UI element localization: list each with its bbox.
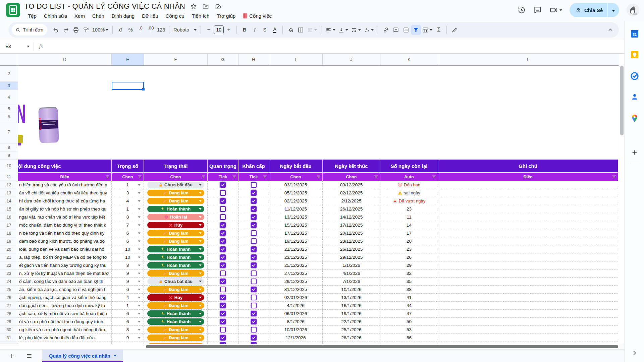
print-button[interactable] — [71, 25, 81, 35]
menu-item-6[interactable]: Dữ liệu — [139, 12, 161, 20]
cell-urg[interactable] — [238, 334, 269, 342]
checkbox-checked[interactable] — [251, 222, 257, 228]
cell-urg[interactable] — [238, 261, 269, 269]
filter-button-icon[interactable] — [106, 175, 109, 178]
cell-urg[interactable] — [238, 326, 269, 334]
bold-button[interactable]: B — [239, 25, 250, 35]
cell-task[interactable]: ót và sơn phủ nội thất theo đúng quy trì… — [18, 318, 112, 325]
cell-note[interactable] — [438, 261, 618, 269]
cell-imp[interactable] — [208, 286, 238, 293]
cell-status[interactable]: Đang làm — [144, 334, 208, 342]
header-cell-imp[interactable]: Quan trọng — [208, 160, 238, 172]
insert-link-button[interactable] — [381, 25, 391, 35]
cell-imp[interactable] — [208, 302, 238, 309]
menu-item-8[interactable]: Tiện ích — [189, 12, 212, 20]
cell-end[interactable]: 02/12/2025 — [323, 189, 380, 197]
cell-rem[interactable]: 44 — [380, 302, 438, 309]
cell-rem[interactable]: 23 — [380, 205, 438, 213]
checkbox-checked[interactable] — [220, 246, 226, 252]
menu-item-4[interactable]: Chèn — [89, 12, 107, 20]
filter-button-icon[interactable] — [317, 175, 320, 178]
checkbox-checked[interactable] — [251, 335, 257, 341]
cell-task[interactable]: ạch cao, xử lý mối nối và sơn bả hoàn th… — [18, 310, 112, 317]
checkbox-checked[interactable] — [220, 335, 226, 341]
cell-weight[interactable]: 6 — [112, 237, 144, 245]
status-chip-in_progress[interactable]: Đang làm — [147, 198, 204, 204]
cell-end[interactable]: 19/1/2026 — [323, 310, 380, 317]
checkbox-unchecked[interactable] — [220, 206, 226, 212]
cell-note[interactable] — [438, 221, 618, 229]
header-cell-end[interactable]: Ngày kết thúc — [323, 160, 380, 172]
cell-end[interactable]: 2/12/2025 — [323, 197, 380, 205]
status-chip-cancelled[interactable]: Hủy — [147, 294, 204, 301]
cell-end[interactable]: 28/1/2026 — [323, 334, 380, 342]
row-number-5[interactable]: 5 — [0, 105, 18, 113]
row-number-18[interactable]: 18 — [0, 229, 18, 237]
cell-rem[interactable]: 11 — [380, 213, 438, 221]
percent-format-button[interactable]: % — [125, 25, 136, 35]
cell-imp[interactable] — [208, 197, 238, 205]
cell-status[interactable]: Đang làm — [144, 197, 208, 205]
zoom-select[interactable]: 100% — [91, 25, 110, 35]
checkbox-checked[interactable] — [220, 254, 226, 260]
header-cell-start[interactable]: Ngày bắt đầu — [269, 160, 323, 172]
cell-imp[interactable] — [208, 278, 238, 285]
row-number-24[interactable]: 24 — [0, 278, 18, 286]
cell-imp[interactable] — [208, 221, 238, 229]
filter-button-icon[interactable] — [374, 175, 378, 178]
subheader-cell-status[interactable]: Chọn — [144, 173, 208, 181]
cell-rem[interactable]: 20 — [380, 237, 438, 245]
cell-start[interactable]: 8/1/2026 — [269, 318, 323, 325]
cell-imp[interactable] — [208, 229, 238, 237]
italic-button[interactable]: I — [250, 25, 260, 35]
cell-rem[interactable]: 53 — [380, 326, 438, 334]
weight-dropdown-caret[interactable] — [138, 240, 141, 242]
status-chip-in_progress[interactable]: Đang làm — [147, 230, 204, 236]
status-chip-done[interactable]: Hoàn thành — [147, 318, 204, 325]
cell-task[interactable]: đảm bảo đúng kích thước, độ phẳng và độ — [18, 237, 112, 245]
cell-note[interactable] — [438, 318, 618, 325]
cell-status[interactable]: Đang làm — [144, 286, 208, 293]
filter-button-icon[interactable] — [138, 175, 142, 178]
add-sheet-button[interactable] — [6, 350, 17, 362]
cell-start[interactable]: 10/01/2026 — [269, 326, 323, 334]
cell-start[interactable]: 23/12/2025 — [269, 253, 323, 261]
cell-urg[interactable] — [238, 197, 269, 205]
cell-note[interactable] — [438, 334, 618, 342]
cell-status[interactable]: Đang làm — [144, 302, 208, 309]
cell-task[interactable]: àn, kiểm tra áp lực, chống rò rỉ và nghi… — [18, 286, 112, 293]
cell-rem[interactable]: 50 — [380, 318, 438, 325]
version-history-icon[interactable] — [517, 6, 526, 14]
cell-start[interactable]: 29/12/2025 — [269, 278, 323, 285]
cell-urg[interactable] — [238, 286, 269, 293]
cell-status[interactable]: Hoàn thành — [144, 205, 208, 213]
cell-end[interactable]: 13/1/2026 — [323, 294, 380, 301]
collapse-toolbar-button[interactable] — [605, 25, 615, 35]
checkbox-unchecked[interactable] — [220, 327, 226, 333]
row-number-16[interactable]: 16 — [0, 213, 18, 221]
cell-imp[interactable] — [208, 181, 238, 189]
weight-dropdown-caret[interactable] — [138, 232, 141, 234]
row-number-28[interactable]: 28 — [0, 310, 18, 318]
cell-note[interactable] — [438, 278, 618, 285]
cell-status[interactable]: Hủy — [144, 294, 208, 301]
menu-item-3[interactable]: Xem — [71, 12, 88, 20]
checkbox-checked[interactable] — [251, 287, 257, 292]
subheader-cell-rem[interactable]: Auto — [380, 173, 438, 181]
cell-note[interactable] — [438, 205, 618, 213]
move-folder-icon[interactable] — [202, 3, 209, 10]
row-number-2[interactable]: 2 — [0, 66, 18, 82]
subheader-cell-urg[interactable]: Tick — [238, 173, 269, 181]
cell-note[interactable] — [438, 269, 618, 277]
cell-start[interactable]: 27/12/2025 — [269, 269, 323, 277]
weight-dropdown-caret[interactable] — [138, 337, 141, 339]
cell-urg[interactable] — [238, 205, 269, 213]
cell-weight[interactable]: 7 — [112, 221, 144, 229]
weight-dropdown-caret[interactable] — [138, 216, 141, 218]
checkbox-unchecked[interactable] — [251, 279, 257, 284]
cell-task[interactable]: n hiện trạng và các yếu tố ảnh hưởng đến… — [18, 181, 112, 189]
cell-rem[interactable]: 23 — [380, 245, 438, 253]
cell-note[interactable] — [438, 189, 618, 197]
checkbox-checked[interactable] — [220, 262, 226, 268]
weight-dropdown-caret[interactable] — [138, 224, 141, 226]
